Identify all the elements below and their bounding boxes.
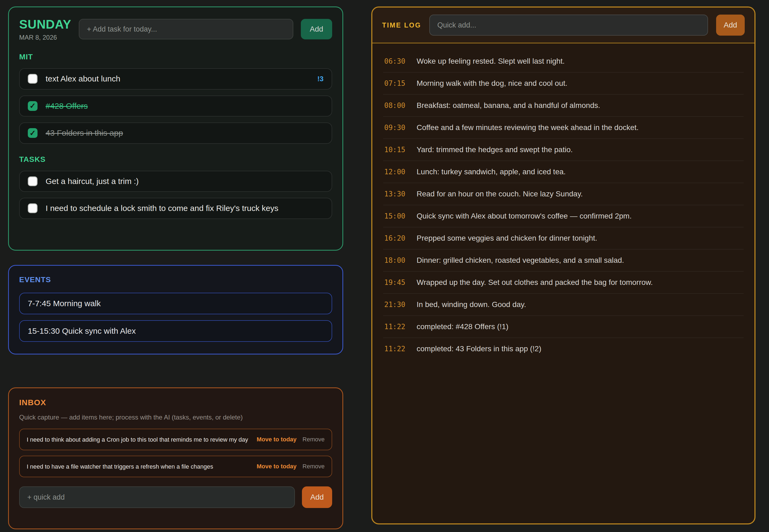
log-entry: 11:22 completed: #428 Offers (!1) xyxy=(383,316,744,338)
events-section-label: EVENTS xyxy=(19,275,332,284)
log-entry: 11:22 completed: 43 Folders in this app … xyxy=(383,338,744,360)
task-row: text Alex about lunch !3 xyxy=(19,68,332,90)
log-entry: 15:00 Quick sync with Alex about tomorro… xyxy=(383,205,744,227)
log-entry: 07:15 Morning walk with the dog, nice an… xyxy=(383,73,744,95)
log-entry: 08:00 Breakfast: oatmeal, banana, and a … xyxy=(383,95,744,117)
timelog-list: 06:30 Woke up feeling rested. Slept well… xyxy=(372,43,754,360)
log-entry: 21:30 In bed, winding down. Good day. xyxy=(383,294,744,316)
mit-section-label: MIT xyxy=(19,53,332,61)
inbox-item-actions: Move to today Remove xyxy=(257,463,325,470)
log-entry: 18:00 Dinner: grilled chicken, roasted v… xyxy=(383,250,744,272)
remove-link[interactable]: Remove xyxy=(302,436,325,443)
log-entry: 16:20 Prepped some veggies and chicken f… xyxy=(383,227,744,250)
log-time: 09:30 xyxy=(384,124,408,132)
add-task-input[interactable] xyxy=(79,19,293,39)
task-checkbox-unchecked[interactable] xyxy=(28,176,38,186)
log-text: Dinner: grilled chicken, roasted vegetab… xyxy=(417,256,624,265)
timelog-add-button[interactable]: Add xyxy=(716,15,745,36)
task-checkbox-checked[interactable]: ✓ xyxy=(28,128,38,138)
log-time: 12:00 xyxy=(384,168,408,176)
log-time: 21:30 xyxy=(384,301,408,309)
log-time: 08:00 xyxy=(384,101,408,110)
task-checkbox-unchecked[interactable] xyxy=(28,74,38,84)
task-label: 43 Folders in this app xyxy=(46,127,324,139)
log-text: Lunch: turkey sandwich, apple, and iced … xyxy=(417,168,566,176)
inbox-add-button[interactable]: Add xyxy=(302,486,332,508)
remove-link[interactable]: Remove xyxy=(302,463,325,470)
log-entry: 06:30 Woke up feeling rested. Slept well… xyxy=(383,50,744,73)
log-time: 06:30 xyxy=(384,57,408,65)
log-text: Woke up feeling rested. Slept well last … xyxy=(417,57,565,66)
task-label: Get a haircut, just a trim :) xyxy=(46,175,324,188)
move-to-today-link[interactable]: Move to today xyxy=(257,436,297,443)
log-text: completed: 43 Folders in this app (!2) xyxy=(417,345,541,353)
page-title: SUNDAY xyxy=(19,17,71,32)
log-entry: 10:15 Yard: trimmed the hedges and swept… xyxy=(383,139,744,161)
task-checkbox-checked[interactable]: ✓ xyxy=(28,101,38,111)
event-label: 15-15:30 Quick sync with Alex xyxy=(28,326,136,336)
task-row: Get a haircut, just a trim :) xyxy=(19,171,332,192)
add-task-button[interactable]: Add xyxy=(301,19,332,39)
log-time: 10:15 xyxy=(384,146,408,154)
log-text: Yard: trimmed the hedges and swept the p… xyxy=(417,145,573,154)
log-time: 16:20 xyxy=(384,234,408,242)
log-time: 11:22 xyxy=(384,323,408,331)
event-item: 7-7:45 Morning walk xyxy=(19,293,332,314)
log-time: 13:30 xyxy=(384,190,408,198)
log-entry: 13:30 Read for an hour on the couch. Nic… xyxy=(383,183,744,205)
log-entry: 19:45 Wrapped up the day. Set out clothe… xyxy=(383,272,744,294)
today-header: SUNDAY MAR 8, 2026 Add xyxy=(19,17,332,41)
today-panel: SUNDAY MAR 8, 2026 Add MIT text Alex abo… xyxy=(8,6,343,251)
task-row: ✓ 43 Folders in this app xyxy=(19,122,332,144)
log-entry: 12:00 Lunch: turkey sandwich, apple, and… xyxy=(383,161,744,183)
inbox-panel: INBOX Quick capture — add items here; pr… xyxy=(8,387,343,529)
log-text: Prepped some veggies and chicken for din… xyxy=(417,234,597,243)
inbox-subtitle: Quick capture — add items here; process … xyxy=(19,414,332,421)
task-label: #428 Offers xyxy=(46,100,324,112)
timelog-section-label: TIME LOG xyxy=(382,21,421,29)
inbox-item: I need to think about adding a Cron job … xyxy=(19,429,332,450)
today-date: MAR 8, 2026 xyxy=(19,34,71,41)
inbox-item: I need to have a file watcher that trigg… xyxy=(19,456,332,477)
log-text: Quick sync with Alex about tomorrow's co… xyxy=(417,212,632,220)
inbox-section-label: INBOX xyxy=(19,398,332,407)
log-text: completed: #428 Offers (!1) xyxy=(417,322,508,331)
task-row: ✓ #428 Offers xyxy=(19,96,332,117)
move-to-today-link[interactable]: Move to today xyxy=(257,463,297,470)
log-entry: 09:30 Coffee and a few minutes reviewing… xyxy=(383,117,744,139)
inbox-item-label: I need to think about adding a Cron job … xyxy=(27,435,250,444)
app-root: SUNDAY MAR 8, 2026 Add MIT text Alex abo… xyxy=(0,0,769,532)
task-label: text Alex about lunch xyxy=(46,73,309,85)
inbox-item-actions: Move to today Remove xyxy=(257,436,325,443)
timelog-panel: TIME LOG Add 06:30 Woke up feeling reste… xyxy=(371,6,756,524)
log-time: 18:00 xyxy=(384,256,408,264)
timelog-quick-add-input[interactable] xyxy=(429,15,708,36)
log-text: Coffee and a few minutes reviewing the w… xyxy=(417,123,639,132)
log-time: 11:22 xyxy=(384,345,408,353)
log-time: 19:45 xyxy=(384,278,408,287)
task-checkbox-unchecked[interactable] xyxy=(28,203,38,213)
log-text: Wrapped up the day. Set out clothes and … xyxy=(417,278,653,287)
inbox-item-label: I need to have a file watcher that trigg… xyxy=(27,462,250,471)
today-title-block: SUNDAY MAR 8, 2026 xyxy=(19,17,71,41)
log-text: Breakfast: oatmeal, banana, and a handfu… xyxy=(417,101,600,110)
log-text: Read for an hour on the couch. Nice lazy… xyxy=(417,190,583,198)
event-item: 15-15:30 Quick sync with Alex xyxy=(19,320,332,342)
tasks-section-label: TASKS xyxy=(19,155,332,164)
task-label: I need to schedule a lock smith to come … xyxy=(46,202,278,215)
log-text: Morning walk with the dog, nice and cool… xyxy=(417,79,567,88)
timelog-header: TIME LOG Add xyxy=(372,8,754,43)
event-label: 7-7:45 Morning walk xyxy=(28,299,101,308)
log-time: 07:15 xyxy=(384,79,408,87)
events-panel: EVENTS 7-7:45 Morning walk 15-15:30 Quic… xyxy=(8,265,343,354)
priority-badge: !3 xyxy=(317,75,324,83)
log-time: 15:00 xyxy=(384,212,408,220)
inbox-quick-add-row: Add xyxy=(19,486,332,508)
inbox-quick-add-input[interactable] xyxy=(19,486,295,508)
log-text: In bed, winding down. Good day. xyxy=(417,300,526,309)
task-row: I need to schedule a lock smith to come … xyxy=(19,198,332,219)
